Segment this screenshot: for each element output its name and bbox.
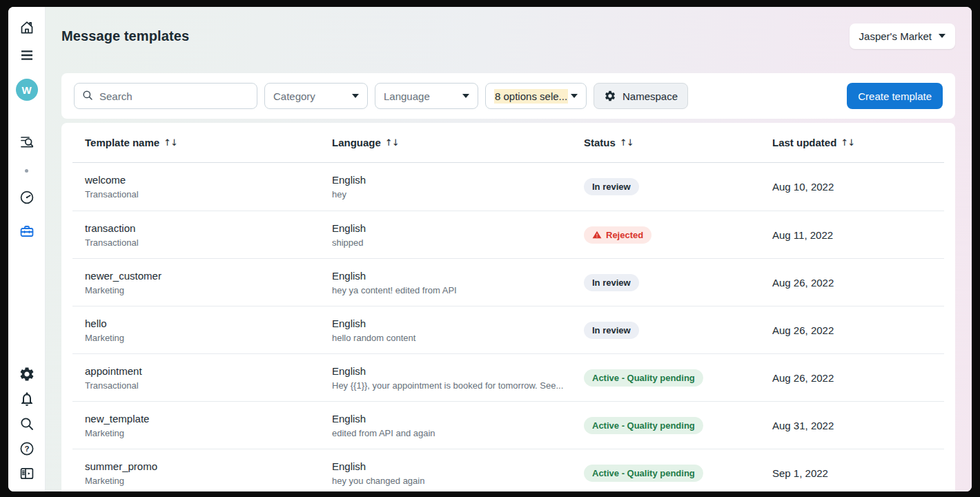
- namespace-button[interactable]: Namespace: [594, 83, 688, 109]
- main-content: Message templates Jasper's Market Catego…: [46, 7, 972, 491]
- template-category: Marketing: [85, 428, 326, 439]
- last-updated-date: Aug 26, 2022: [772, 372, 944, 384]
- table-header-row: Template name ↑↓ Language ↑↓ Status ↑↓ L…: [72, 123, 944, 163]
- status-options-dropdown[interactable]: 8 options sele...: [485, 83, 587, 109]
- template-content-preview: hey: [332, 189, 574, 200]
- notification-dot: [25, 169, 28, 173]
- home-icon[interactable]: [19, 19, 35, 36]
- table-row[interactable]: welcome Transactional English hey In rev…: [72, 163, 944, 211]
- category-dropdown-label: Category: [273, 90, 315, 102]
- status-badge: Active - Quality pending: [584, 369, 703, 387]
- template-language: English: [332, 412, 584, 425]
- template-name[interactable]: welcome: [85, 173, 332, 186]
- bell-icon[interactable]: [19, 391, 35, 407]
- table-row[interactable]: appointment Transactional English Hey {{…: [72, 353, 944, 401]
- avatar[interactable]: W: [16, 79, 38, 101]
- search-input-icon: [81, 89, 94, 101]
- status-text: Rejected: [606, 230, 643, 240]
- table-row[interactable]: hello Marketing English hello random con…: [72, 306, 944, 353]
- table-row[interactable]: newer_customer Marketing English hey ya …: [72, 258, 944, 306]
- column-header-status[interactable]: Status ↑↓: [584, 137, 772, 148]
- create-template-button[interactable]: Create template: [847, 83, 943, 109]
- menu-icon[interactable]: [19, 47, 35, 64]
- last-updated-date: Sep 1, 2022: [772, 467, 944, 479]
- last-updated-date: Aug 11, 2022: [772, 229, 944, 241]
- column-header-template-name[interactable]: Template name ↑↓: [85, 137, 332, 148]
- status-badge: Rejected: [584, 226, 651, 244]
- status-text: In review: [592, 182, 631, 192]
- template-language: English: [332, 317, 584, 330]
- app-window: W: [8, 7, 972, 491]
- chevron-down-icon: [352, 94, 359, 98]
- search-input[interactable]: [74, 83, 257, 109]
- status-text: Active - Quality pending: [592, 420, 695, 431]
- search-box: [74, 83, 257, 109]
- chevron-down-icon: [571, 94, 578, 98]
- status-badge: Active - Quality pending: [584, 417, 703, 434]
- status-text: In review: [592, 325, 631, 335]
- sort-icon[interactable]: ↑↓: [164, 137, 177, 148]
- template-language: English: [332, 173, 584, 186]
- column-header-language[interactable]: Language ↑↓: [332, 137, 584, 148]
- toolbox-icon[interactable]: [19, 223, 35, 240]
- table-body: welcome Transactional English hey In rev…: [72, 163, 944, 491]
- template-category: Transactional: [85, 189, 326, 200]
- table-row[interactable]: summer_promo Marketing English hey you c…: [72, 449, 944, 491]
- template-category: Marketing: [85, 333, 326, 344]
- status-text: Active - Quality pending: [592, 468, 695, 478]
- dashboard-gauge-icon[interactable]: [19, 189, 35, 206]
- help-icon[interactable]: ?: [19, 440, 35, 457]
- chevron-down-icon: [939, 34, 945, 38]
- svg-text:?: ?: [24, 445, 29, 453]
- template-content-preview: hey ya content! edited from API: [332, 285, 574, 296]
- account-name: Jasper's Market: [859, 30, 932, 42]
- table-row[interactable]: transaction Transactional English shippe…: [72, 211, 944, 258]
- template-language: English: [332, 460, 584, 473]
- gear-icon: [604, 90, 616, 102]
- sort-icon[interactable]: ↑↓: [385, 137, 399, 148]
- template-content-preview: shipped: [332, 237, 574, 248]
- last-updated-date: Aug 10, 2022: [772, 181, 944, 193]
- template-category: Transactional: [85, 237, 326, 248]
- last-updated-date: Aug 26, 2022: [772, 324, 944, 336]
- template-name[interactable]: new_template: [85, 412, 332, 425]
- column-header-last-updated[interactable]: Last updated ↑↓: [772, 137, 944, 148]
- template-content-preview: edited from API and again: [332, 428, 574, 439]
- account-switcher[interactable]: Jasper's Market: [850, 23, 955, 49]
- template-search-icon[interactable]: [19, 133, 35, 150]
- template-name[interactable]: summer_promo: [85, 460, 332, 473]
- template-content-preview: hey you changed again: [332, 476, 574, 487]
- template-name[interactable]: appointment: [85, 364, 332, 378]
- panel-toggle-icon[interactable]: [19, 465, 35, 482]
- filter-bar: Category Language 8 options sele... Name…: [61, 73, 955, 119]
- status-badge: In review: [584, 322, 639, 339]
- language-dropdown[interactable]: Language: [375, 83, 478, 109]
- page-title: Message templates: [61, 28, 189, 44]
- page-header: Message templates Jasper's Market: [61, 18, 955, 54]
- status-text: Active - Quality pending: [592, 373, 695, 383]
- template-category: Marketing: [85, 285, 326, 296]
- settings-gear-icon[interactable]: [19, 366, 35, 382]
- template-category: Marketing: [85, 476, 326, 487]
- template-name[interactable]: hello: [85, 317, 332, 330]
- last-updated-date: Aug 31, 2022: [772, 420, 944, 431]
- status-options-label: 8 options sele...: [494, 89, 568, 104]
- warning-icon: [592, 230, 602, 240]
- template-language: English: [332, 364, 584, 378]
- sort-icon[interactable]: ↑↓: [620, 137, 634, 148]
- template-name[interactable]: newer_customer: [85, 269, 332, 282]
- search-icon[interactable]: [19, 416, 35, 432]
- status-text: In review: [592, 277, 631, 288]
- status-badge: In review: [584, 274, 639, 291]
- category-dropdown[interactable]: Category: [264, 83, 368, 109]
- template-category: Transactional: [85, 380, 326, 391]
- table-row[interactable]: new_template Marketing English edited fr…: [72, 401, 944, 449]
- template-language: English: [332, 222, 584, 235]
- sidebar: W: [8, 7, 46, 491]
- template-content-preview: hello random content: [332, 333, 574, 344]
- sort-icon[interactable]: ↑↓: [841, 137, 854, 148]
- chevron-down-icon: [462, 94, 469, 98]
- status-badge: In review: [584, 178, 639, 195]
- template-name[interactable]: transaction: [85, 222, 332, 235]
- status-badge: Active - Quality pending: [584, 465, 703, 482]
